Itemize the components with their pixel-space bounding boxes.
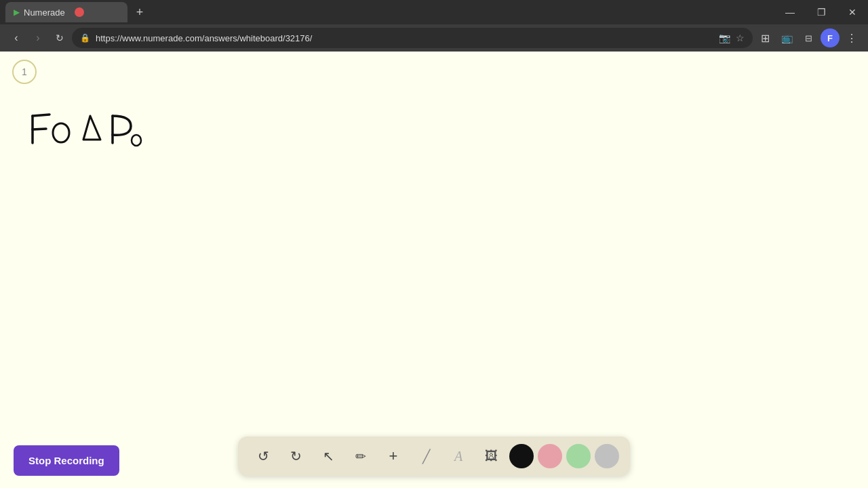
page-number-indicator: 1 bbox=[12, 60, 37, 84]
refresh-button[interactable]: ↻ bbox=[50, 28, 69, 47]
color-pink[interactable] bbox=[538, 444, 562, 468]
highlight-tool-button[interactable]: ╱ bbox=[412, 442, 440, 470]
stop-recording-button[interactable]: Stop Recording bbox=[14, 445, 119, 476]
star-icon[interactable]: ☆ bbox=[736, 33, 745, 43]
close-button[interactable]: ✕ bbox=[837, 0, 868, 24]
url-display: https://www.numerade.com/answers/whitebo… bbox=[96, 33, 312, 43]
minimize-button[interactable]: — bbox=[774, 0, 806, 24]
redo-button[interactable]: ↻ bbox=[281, 442, 310, 470]
bottom-toolbar: ↺ ↻ ↖ ✏ + ╱ A 🖼 bbox=[238, 436, 630, 476]
svg-point-1 bbox=[132, 135, 141, 146]
color-black[interactable] bbox=[509, 444, 534, 468]
lock-icon: 🔒 bbox=[80, 33, 90, 43]
svg-point-0 bbox=[53, 123, 69, 142]
tab-bar: ▶ Numerade + — ❐ ✕ bbox=[0, 0, 868, 24]
color-gray[interactable] bbox=[595, 444, 619, 468]
maximize-button[interactable]: ❐ bbox=[806, 0, 837, 24]
color-green[interactable] bbox=[566, 444, 591, 468]
window-controls: — ❐ ✕ bbox=[774, 0, 868, 24]
stop-recording-label: Stop Recording bbox=[28, 455, 104, 466]
image-tool-button[interactable]: 🖼 bbox=[477, 442, 505, 470]
nav-bar: ‹ › ↻ 🔒 https://www.numerade.com/answers… bbox=[0, 24, 868, 52]
math-handwriting bbox=[12, 89, 161, 152]
browser-window: ▶ Numerade + — ❐ ✕ ‹ › ↻ 🔒 https://www.n… bbox=[0, 0, 868, 488]
extensions-button[interactable]: ⊞ bbox=[755, 28, 774, 47]
text-tool-button[interactable]: A bbox=[444, 442, 473, 470]
screen-cast-button[interactable]: 📺 bbox=[777, 28, 796, 47]
address-bar[interactable]: 🔒 https://www.numerade.com/answers/white… bbox=[72, 28, 753, 48]
forward-button[interactable]: › bbox=[28, 28, 47, 47]
tab-close-btn[interactable] bbox=[75, 7, 84, 17]
tab-title: Numerade bbox=[24, 7, 65, 18]
new-tab-button[interactable]: + bbox=[130, 3, 149, 22]
menu-button[interactable]: ⋮ bbox=[842, 28, 861, 47]
add-tool-button[interactable]: + bbox=[379, 442, 408, 470]
whiteboard-area: 1 ↺ ↻ bbox=[0, 52, 868, 488]
tab-favicon: ▶ bbox=[14, 7, 20, 17]
active-tab[interactable]: ▶ Numerade bbox=[5, 2, 127, 22]
profile-avatar[interactable]: F bbox=[821, 28, 840, 47]
page-number: 1 bbox=[22, 66, 27, 77]
back-button[interactable]: ‹ bbox=[7, 28, 26, 47]
tab-manager-button[interactable]: ⊟ bbox=[799, 28, 818, 47]
camera-icon: 📷 bbox=[719, 33, 730, 43]
select-tool-button[interactable]: ↖ bbox=[314, 442, 342, 470]
undo-button[interactable]: ↺ bbox=[249, 442, 277, 470]
pen-tool-button[interactable]: ✏ bbox=[347, 442, 375, 470]
math-svg bbox=[12, 89, 161, 150]
